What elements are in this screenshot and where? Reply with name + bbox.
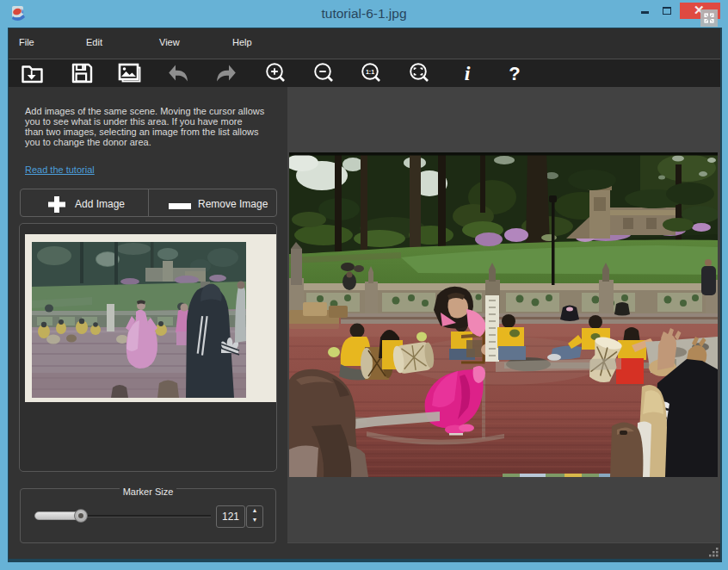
svg-text:1:1: 1:1 — [366, 69, 374, 75]
svg-text:i: i — [465, 62, 471, 84]
svg-text:?: ? — [509, 63, 520, 84]
